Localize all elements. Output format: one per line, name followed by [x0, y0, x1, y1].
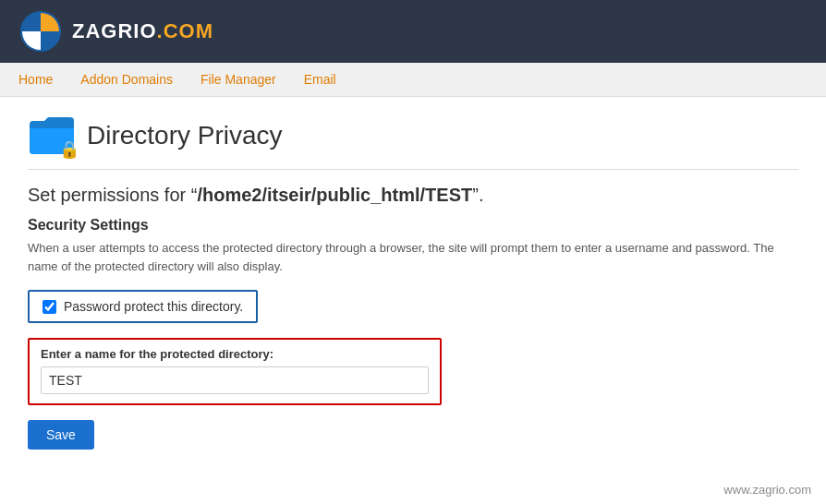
- nav: Home Addon Domains File Manager Email: [0, 63, 826, 97]
- nav-addon-domains[interactable]: Addon Domains: [80, 72, 173, 87]
- lock-icon: 🔒: [59, 139, 79, 160]
- security-desc: When a user attempts to access the prote…: [28, 239, 798, 275]
- logo: ZAGRIO.COM: [18, 9, 213, 54]
- password-protect-checkbox[interactable]: [43, 300, 56, 314]
- directory-name-input[interactable]: [41, 366, 429, 394]
- nav-home[interactable]: Home: [18, 72, 53, 87]
- nav-file-manager[interactable]: File Manager: [200, 72, 276, 87]
- header: ZAGRIO.COM: [0, 0, 826, 63]
- page-title: Directory Privacy: [87, 121, 283, 150]
- directory-name-section: Enter a name for the protected directory…: [28, 338, 442, 405]
- logo-text: ZAGRIO.COM: [72, 19, 213, 43]
- save-button[interactable]: Save: [28, 420, 94, 450]
- logo-icon: [18, 9, 63, 54]
- nav-email[interactable]: Email: [304, 72, 336, 87]
- permissions-heading: Set permissions for “/home2/itseir/publi…: [28, 185, 798, 206]
- main-content: 🔒 Directory Privacy Set permissions for …: [0, 97, 826, 468]
- password-protect-section: Password protect this directory.: [28, 290, 258, 323]
- field-label: Enter a name for the protected directory…: [41, 347, 429, 361]
- password-protect-label: Password protect this directory.: [64, 299, 243, 314]
- folder-lock-icon: 🔒: [28, 115, 76, 156]
- page-title-row: 🔒 Directory Privacy: [28, 115, 798, 170]
- security-heading: Security Settings: [28, 217, 798, 234]
